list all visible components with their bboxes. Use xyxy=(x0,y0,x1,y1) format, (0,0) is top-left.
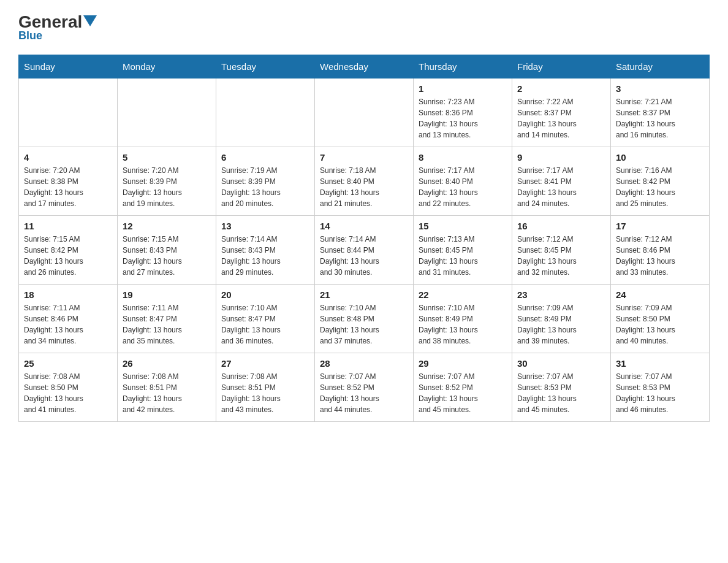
day-number: 23 xyxy=(517,289,605,300)
calendar-cell: 22Sunrise: 7:10 AM Sunset: 8:49 PM Dayli… xyxy=(414,285,512,353)
calendar-cell xyxy=(216,79,315,147)
day-number: 10 xyxy=(616,152,704,163)
logo: General Blue xyxy=(18,12,97,42)
weekday-header-wednesday: Wednesday xyxy=(315,55,414,79)
day-number: 28 xyxy=(320,358,408,369)
week-row-2: 4Sunrise: 7:20 AM Sunset: 8:38 PM Daylig… xyxy=(19,147,710,216)
weekday-header-row: SundayMondayTuesdayWednesdayThursdayFrid… xyxy=(19,55,710,79)
week-row-5: 25Sunrise: 7:08 AM Sunset: 8:50 PM Dayli… xyxy=(19,353,710,422)
calendar-cell: 18Sunrise: 7:11 AM Sunset: 8:46 PM Dayli… xyxy=(19,285,118,353)
svg-marker-0 xyxy=(83,15,97,26)
calendar-cell: 20Sunrise: 7:10 AM Sunset: 8:47 PM Dayli… xyxy=(216,285,315,353)
page-header: General Blue xyxy=(18,12,710,42)
day-info: Sunrise: 7:22 AM Sunset: 8:37 PM Dayligh… xyxy=(517,96,605,140)
calendar-cell: 13Sunrise: 7:14 AM Sunset: 8:43 PM Dayli… xyxy=(216,216,315,285)
day-info: Sunrise: 7:11 AM Sunset: 8:46 PM Dayligh… xyxy=(24,302,112,347)
calendar-cell: 19Sunrise: 7:11 AM Sunset: 8:47 PM Dayli… xyxy=(118,285,216,353)
calendar-cell: 31Sunrise: 7:07 AM Sunset: 8:53 PM Dayli… xyxy=(611,353,710,422)
day-info: Sunrise: 7:17 AM Sunset: 8:40 PM Dayligh… xyxy=(419,165,507,209)
day-number: 14 xyxy=(320,221,408,231)
calendar-cell: 15Sunrise: 7:13 AM Sunset: 8:45 PM Dayli… xyxy=(414,216,512,285)
logo-blue-text: Blue xyxy=(18,29,42,42)
day-info: Sunrise: 7:20 AM Sunset: 8:39 PM Dayligh… xyxy=(123,165,211,209)
day-number: 12 xyxy=(123,221,211,231)
day-number: 25 xyxy=(24,358,112,369)
day-number: 6 xyxy=(221,152,309,163)
calendar-cell: 10Sunrise: 7:16 AM Sunset: 8:42 PM Dayli… xyxy=(611,147,710,216)
calendar-cell: 14Sunrise: 7:14 AM Sunset: 8:44 PM Dayli… xyxy=(315,216,414,285)
calendar-cell: 25Sunrise: 7:08 AM Sunset: 8:50 PM Dayli… xyxy=(19,353,118,422)
calendar-cell: 3Sunrise: 7:21 AM Sunset: 8:37 PM Daylig… xyxy=(611,79,710,147)
day-number: 1 xyxy=(419,83,507,94)
day-info: Sunrise: 7:09 AM Sunset: 8:49 PM Dayligh… xyxy=(517,302,605,347)
day-number: 27 xyxy=(221,358,309,369)
day-info: Sunrise: 7:23 AM Sunset: 8:36 PM Dayligh… xyxy=(419,96,507,140)
day-info: Sunrise: 7:14 AM Sunset: 8:44 PM Dayligh… xyxy=(320,234,408,278)
day-info: Sunrise: 7:10 AM Sunset: 8:48 PM Dayligh… xyxy=(320,302,408,347)
day-number: 30 xyxy=(517,358,605,369)
day-info: Sunrise: 7:17 AM Sunset: 8:41 PM Dayligh… xyxy=(517,165,605,209)
day-info: Sunrise: 7:08 AM Sunset: 8:51 PM Dayligh… xyxy=(221,371,309,415)
calendar-cell: 21Sunrise: 7:10 AM Sunset: 8:48 PM Dayli… xyxy=(315,285,414,353)
day-number: 31 xyxy=(616,358,704,369)
calendar-table: SundayMondayTuesdayWednesdayThursdayFrid… xyxy=(18,55,710,422)
day-info: Sunrise: 7:07 AM Sunset: 8:53 PM Dayligh… xyxy=(616,371,704,415)
day-info: Sunrise: 7:12 AM Sunset: 8:46 PM Dayligh… xyxy=(616,234,704,278)
weekday-header-monday: Monday xyxy=(118,55,216,79)
weekday-header-thursday: Thursday xyxy=(414,55,512,79)
day-info: Sunrise: 7:16 AM Sunset: 8:42 PM Dayligh… xyxy=(616,165,704,209)
day-info: Sunrise: 7:18 AM Sunset: 8:40 PM Dayligh… xyxy=(320,165,408,209)
calendar-cell: 29Sunrise: 7:07 AM Sunset: 8:52 PM Dayli… xyxy=(414,353,512,422)
calendar-cell: 5Sunrise: 7:20 AM Sunset: 8:39 PM Daylig… xyxy=(118,147,216,216)
day-info: Sunrise: 7:07 AM Sunset: 8:52 PM Dayligh… xyxy=(320,371,408,415)
calendar-cell: 4Sunrise: 7:20 AM Sunset: 8:38 PM Daylig… xyxy=(19,147,118,216)
weekday-header-saturday: Saturday xyxy=(611,55,710,79)
day-number: 5 xyxy=(123,152,211,163)
day-info: Sunrise: 7:08 AM Sunset: 8:51 PM Dayligh… xyxy=(123,371,211,415)
day-number: 26 xyxy=(123,358,211,369)
calendar-cell: 26Sunrise: 7:08 AM Sunset: 8:51 PM Dayli… xyxy=(118,353,216,422)
day-number: 15 xyxy=(419,221,507,231)
calendar-cell xyxy=(19,79,118,147)
day-info: Sunrise: 7:10 AM Sunset: 8:49 PM Dayligh… xyxy=(419,302,507,347)
day-info: Sunrise: 7:09 AM Sunset: 8:50 PM Dayligh… xyxy=(616,302,704,347)
week-row-1: 1Sunrise: 7:23 AM Sunset: 8:36 PM Daylig… xyxy=(19,79,710,147)
day-number: 11 xyxy=(24,221,112,231)
day-info: Sunrise: 7:07 AM Sunset: 8:53 PM Dayligh… xyxy=(517,371,605,415)
calendar-cell: 17Sunrise: 7:12 AM Sunset: 8:46 PM Dayli… xyxy=(611,216,710,285)
day-number: 9 xyxy=(517,152,605,163)
day-info: Sunrise: 7:15 AM Sunset: 8:43 PM Dayligh… xyxy=(123,234,211,278)
day-info: Sunrise: 7:19 AM Sunset: 8:39 PM Dayligh… xyxy=(221,165,309,209)
day-info: Sunrise: 7:10 AM Sunset: 8:47 PM Dayligh… xyxy=(221,302,309,347)
day-number: 20 xyxy=(221,289,309,300)
weekday-header-friday: Friday xyxy=(512,55,611,79)
day-number: 4 xyxy=(24,152,112,163)
logo-triangle-icon xyxy=(83,15,97,26)
calendar-cell: 6Sunrise: 7:19 AM Sunset: 8:39 PM Daylig… xyxy=(216,147,315,216)
day-number: 19 xyxy=(123,289,211,300)
day-info: Sunrise: 7:07 AM Sunset: 8:52 PM Dayligh… xyxy=(419,371,507,415)
day-info: Sunrise: 7:14 AM Sunset: 8:43 PM Dayligh… xyxy=(221,234,309,278)
calendar-cell: 8Sunrise: 7:17 AM Sunset: 8:40 PM Daylig… xyxy=(414,147,512,216)
calendar-cell: 16Sunrise: 7:12 AM Sunset: 8:45 PM Dayli… xyxy=(512,216,611,285)
calendar-cell: 23Sunrise: 7:09 AM Sunset: 8:49 PM Dayli… xyxy=(512,285,611,353)
day-info: Sunrise: 7:21 AM Sunset: 8:37 PM Dayligh… xyxy=(616,96,704,140)
day-number: 13 xyxy=(221,221,309,231)
calendar-cell: 12Sunrise: 7:15 AM Sunset: 8:43 PM Dayli… xyxy=(118,216,216,285)
weekday-header-sunday: Sunday xyxy=(19,55,118,79)
day-number: 17 xyxy=(616,221,704,231)
day-number: 3 xyxy=(616,83,704,94)
day-info: Sunrise: 7:12 AM Sunset: 8:45 PM Dayligh… xyxy=(517,234,605,278)
day-number: 16 xyxy=(517,221,605,231)
weekday-header-tuesday: Tuesday xyxy=(216,55,315,79)
day-number: 21 xyxy=(320,289,408,300)
week-row-3: 11Sunrise: 7:15 AM Sunset: 8:42 PM Dayli… xyxy=(19,216,710,285)
calendar-cell: 2Sunrise: 7:22 AM Sunset: 8:37 PM Daylig… xyxy=(512,79,611,147)
day-info: Sunrise: 7:15 AM Sunset: 8:42 PM Dayligh… xyxy=(24,234,112,278)
calendar-cell: 28Sunrise: 7:07 AM Sunset: 8:52 PM Dayli… xyxy=(315,353,414,422)
day-number: 29 xyxy=(419,358,507,369)
calendar-cell: 1Sunrise: 7:23 AM Sunset: 8:36 PM Daylig… xyxy=(414,79,512,147)
day-number: 2 xyxy=(517,83,605,94)
calendar-cell xyxy=(315,79,414,147)
day-info: Sunrise: 7:20 AM Sunset: 8:38 PM Dayligh… xyxy=(24,165,112,209)
